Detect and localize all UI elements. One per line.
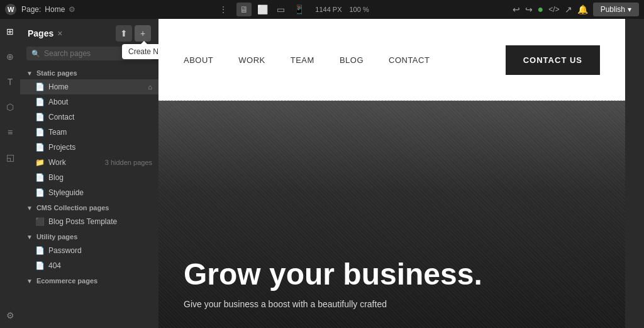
more-options-icon[interactable]: ⋮	[219, 4, 228, 14]
page-file-icon-projects: 📄	[35, 143, 45, 152]
page-file-icon-password: 📄	[35, 246, 45, 255]
symbols-icon[interactable]: ⬡	[4, 99, 16, 115]
create-page-tooltip: Create New Page	[122, 44, 158, 59]
nav-links: ABOUT WORK TEAM BLOG CONTACT	[184, 55, 430, 65]
main-area: ⊞ ⊕ T ⬡ ≡ ◱ ⚙ Pages × ⬆ + Create New Pag…	[0, 19, 644, 328]
section-label-static: Static pages	[36, 69, 77, 77]
page-name-blog: Blog	[48, 173, 152, 182]
nav-link-work[interactable]: WORK	[238, 55, 265, 65]
nav-link-contact[interactable]: CONTACT	[389, 55, 430, 65]
current-page-name: Home	[45, 5, 65, 14]
top-toolbar: W Page: Home ⚙ ⋮ 🖥 ⬜ ▭ 📱 1144 PX 100 % ↩…	[0, 0, 644, 19]
section-chevron-ecommerce: ▼	[26, 278, 33, 285]
pages-list: ▼ Static pages 📄 Home ⌂ 📄 About 📄 Contac…	[20, 65, 158, 328]
page-name-password: Password	[48, 246, 152, 255]
section-cms-pages[interactable]: ▼ CMS Collection pages	[20, 200, 158, 214]
section-label-utility: Utility pages	[36, 233, 77, 240]
page-file-icon-styleguide: 📄	[35, 188, 45, 197]
desktop-view-icon[interactable]: 🖥	[236, 3, 252, 16]
zoom-level: 1144 PX	[315, 6, 341, 13]
page-item-blog[interactable]: 📄 Blog	[20, 170, 158, 185]
page-file-icon-contact: 📄	[35, 113, 45, 122]
page-item-contact[interactable]: 📄 Contact	[20, 110, 158, 125]
code-view-icon[interactable]: </>	[548, 5, 559, 14]
pages-panel-close[interactable]: ×	[57, 28, 62, 38]
page-name-styleguide: Styleguide	[48, 188, 152, 197]
zoom-percent: 100 %	[349, 6, 369, 13]
import-page-button[interactable]: ⬆	[116, 25, 132, 42]
section-chevron-cms: ▼	[26, 205, 33, 212]
page-name-404: 404	[48, 261, 152, 270]
page-label: Page:	[21, 5, 41, 14]
page-item-projects[interactable]: 📄 Projects	[20, 140, 158, 155]
section-label-ecommerce: Ecommerce pages	[36, 277, 97, 285]
components-icon[interactable]: ◱	[4, 150, 17, 165]
page-name-blog-template: Blog Posts Template	[48, 217, 152, 226]
page-item-404[interactable]: 📄 404	[20, 258, 158, 273]
page-item-work[interactable]: 📁 Work 3 hidden pages	[20, 155, 158, 170]
section-chevron-static: ▼	[26, 70, 33, 77]
hero-subtitle: Give your business a boost with a beauti…	[184, 299, 600, 309]
svg-text:W: W	[8, 6, 14, 13]
mobile-landscape-icon[interactable]: ▭	[274, 3, 288, 16]
pages-panel: Pages × ⬆ + Create New Page 🔍 ▼ Static p…	[20, 19, 158, 328]
hidden-pages-count: 3 hidden pages	[105, 159, 152, 166]
page-item-styleguide[interactable]: 📄 Styleguide	[20, 185, 158, 200]
page-name-work: Work	[48, 158, 101, 167]
nav-link-blog[interactable]: BLOG	[340, 55, 364, 65]
settings-icon[interactable]: ⚙	[4, 308, 17, 323]
hero-title: Grow your business.	[184, 258, 600, 291]
section-ecommerce-pages[interactable]: ▼ Ecommerce pages	[20, 273, 158, 287]
page-name-contact: Contact	[48, 113, 152, 122]
section-chevron-utility: ▼	[26, 234, 33, 240]
pages-panel-header: Pages × ⬆ + Create New Page	[20, 19, 158, 47]
folder-icon-work: 📁	[35, 158, 45, 167]
page-name-about: About	[48, 98, 152, 106]
section-label-cms: CMS Collection pages	[36, 204, 109, 212]
share-icon[interactable]: ↗	[565, 4, 572, 14]
left-icon-rail: ⊞ ⊕ T ⬡ ≡ ◱ ⚙	[0, 19, 20, 328]
pages-icon[interactable]: ⊞	[4, 24, 16, 39]
redo-icon[interactable]: ↪	[525, 4, 533, 14]
page-item-team[interactable]: 📄 Team	[20, 125, 158, 140]
notifications-icon[interactable]: 🔔	[577, 4, 588, 14]
section-static-pages[interactable]: ▼ Static pages	[20, 65, 158, 79]
pages-panel-title: Pages	[28, 28, 53, 38]
hero-section: Grow your business. Give your business a…	[158, 101, 625, 328]
nav-link-team[interactable]: TEAM	[291, 55, 314, 65]
page-file-icon-404: 📄	[35, 261, 45, 270]
page-item-about[interactable]: 📄 About	[20, 94, 158, 110]
home-indicator-icon: ⌂	[148, 83, 152, 91]
page-file-icon-team: 📄	[35, 128, 45, 137]
publish-chevron-icon: ▾	[628, 5, 631, 14]
page-name-team: Team	[48, 128, 152, 137]
typography-icon[interactable]: T	[5, 74, 16, 89]
page-item-blog-template[interactable]: ⬛ Blog Posts Template	[20, 214, 158, 229]
search-icon: 🔍	[31, 50, 40, 58]
nav-link-about[interactable]: ABOUT	[184, 55, 213, 65]
section-utility-pages[interactable]: ▼ Utility pages	[20, 229, 158, 243]
page-name-projects: Projects	[48, 143, 152, 152]
page-item-home[interactable]: 📄 Home ⌂	[20, 79, 158, 94]
contact-us-button[interactable]: CONTACT US	[506, 45, 600, 75]
create-page-button[interactable]: +	[135, 25, 151, 42]
canvas-area: ABOUT WORK TEAM BLOG CONTACT CONTACT US …	[158, 19, 625, 328]
layers-icon[interactable]: ≡	[5, 125, 15, 140]
assets-icon[interactable]: ⊕	[4, 49, 16, 64]
site-navigation: ABOUT WORK TEAM BLOG CONTACT CONTACT US	[158, 19, 625, 101]
page-settings-icon[interactable]: ⚙	[69, 5, 75, 14]
page-file-icon-home: 📄	[35, 82, 45, 91]
hero-content: Grow your business. Give your business a…	[184, 258, 600, 309]
webflow-logo: W	[5, 4, 16, 15]
page-name-home: Home	[48, 82, 144, 91]
tablet-view-icon[interactable]: ⬜	[254, 3, 271, 16]
cms-icon-blog-template: ⬛	[35, 217, 45, 226]
page-item-password[interactable]: 📄 Password	[20, 243, 158, 258]
mobile-portrait-icon[interactable]: 📱	[291, 3, 308, 16]
publish-button[interactable]: Publish ▾	[593, 3, 639, 16]
undo-icon[interactable]: ↩	[513, 4, 520, 14]
right-panel	[625, 19, 644, 328]
page-file-icon-blog: 📄	[35, 173, 45, 182]
status-indicator: ●	[538, 4, 544, 15]
page-file-icon-about: 📄	[35, 98, 45, 106]
